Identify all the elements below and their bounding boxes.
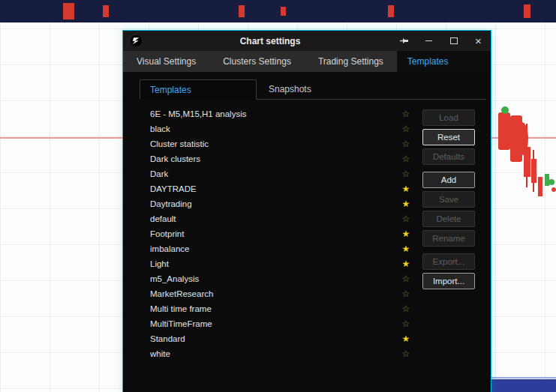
template-name: MarketResearch xyxy=(150,289,213,298)
template-name: 6E - M5,M15,H1 analysis xyxy=(150,109,246,118)
template-name: imbalance xyxy=(150,244,189,253)
template-row[interactable]: Cluster statistic☆ xyxy=(140,136,417,151)
chart-settings-dialog: Chart settings × Visual SettingsClusters… xyxy=(122,30,491,392)
template-name: Footprint xyxy=(150,229,184,238)
favorite-star-icon[interactable]: ★ xyxy=(401,199,411,209)
minimize-icon[interactable] xyxy=(416,31,441,51)
template-row[interactable]: Multi time frame☆ xyxy=(140,301,417,316)
template-row[interactable]: white☆ xyxy=(140,346,417,361)
favorite-star-icon[interactable]: ☆ xyxy=(401,319,411,329)
delete-button[interactable]: Delete xyxy=(422,211,475,227)
sub-tabs: TemplatesSnapshots xyxy=(140,79,486,100)
favorite-star-icon[interactable]: ☆ xyxy=(401,304,411,314)
favorite-star-icon[interactable]: ★ xyxy=(401,229,411,239)
favorite-star-icon[interactable]: ★ xyxy=(401,244,411,254)
template-row[interactable]: DAYTRADE★ xyxy=(140,181,417,196)
top-timeline-strip xyxy=(0,0,556,22)
tab-trading-settings[interactable]: Trading Settings xyxy=(305,51,397,72)
favorite-star-icon[interactable]: ☆ xyxy=(401,139,411,149)
import-button[interactable]: Import... xyxy=(422,273,475,289)
save-button[interactable]: Save xyxy=(422,191,475,208)
red-marker xyxy=(524,4,530,18)
template-name: Light xyxy=(150,259,169,268)
template-row[interactable]: Daytrading★ xyxy=(140,196,417,211)
template-name: Cluster statistic xyxy=(150,139,209,148)
bottom-strip-line xyxy=(488,377,556,379)
tab-visual-settings[interactable]: Visual Settings xyxy=(123,51,209,72)
template-name: Dark clusters xyxy=(150,154,200,163)
template-row[interactable]: 6E - M5,M15,H1 analysis☆ xyxy=(140,106,417,121)
red-marker xyxy=(281,7,286,16)
template-name: Daytrading xyxy=(150,199,192,208)
template-name: Standard xyxy=(150,334,185,343)
template-row[interactable]: MarketResearch☆ xyxy=(140,286,417,301)
defaults-button[interactable]: Defaults xyxy=(422,148,475,165)
template-name: Multi time frame xyxy=(150,304,212,313)
templates-panel: 6E - M5,M15,H1 analysis☆black☆Cluster st… xyxy=(140,106,491,392)
maximize-icon[interactable] xyxy=(441,31,466,51)
template-name: Dark xyxy=(150,169,168,178)
template-name: black xyxy=(150,124,170,133)
main-tabs: Visual SettingsClusters SettingsTrading … xyxy=(123,51,491,72)
tab-clusters-settings[interactable]: Clusters Settings xyxy=(209,51,305,72)
favorite-star-icon[interactable]: ☆ xyxy=(401,349,411,359)
favorite-star-icon[interactable]: ☆ xyxy=(401,169,411,179)
template-name: white xyxy=(150,349,170,358)
template-row[interactable]: m5_Analysis☆ xyxy=(140,271,417,286)
red-marker xyxy=(103,5,109,17)
candlesticks xyxy=(488,97,556,210)
subtab-snapshots[interactable]: Snapshots xyxy=(257,79,323,99)
favorite-star-icon[interactable]: ☆ xyxy=(401,214,411,224)
template-row[interactable]: Dark clusters☆ xyxy=(140,151,417,166)
template-name: default xyxy=(150,214,176,223)
favorite-star-icon[interactable]: ☆ xyxy=(401,109,411,119)
template-row[interactable]: default☆ xyxy=(140,211,417,226)
red-marker xyxy=(388,5,394,17)
rename-button[interactable]: Rename xyxy=(422,230,475,247)
dialog-content: TemplatesSnapshots 6E - M5,M15,H1 analys… xyxy=(123,72,491,392)
reset-button[interactable]: Reset xyxy=(422,129,475,145)
dialog-titlebar: Chart settings × xyxy=(123,31,491,51)
red-marker xyxy=(239,5,245,17)
pin-icon[interactable] xyxy=(392,31,416,51)
favorite-star-icon[interactable]: ★ xyxy=(401,184,411,194)
template-row[interactable]: MultiTimeFrame☆ xyxy=(140,316,417,331)
favorite-star-icon[interactable]: ★ xyxy=(401,334,411,344)
close-icon[interactable]: × xyxy=(466,31,491,51)
template-name: MultiTimeFrame xyxy=(150,319,212,328)
template-row[interactable]: Footprint★ xyxy=(140,226,417,241)
subtab-templates[interactable]: Templates xyxy=(140,79,257,100)
template-row[interactable]: Standard★ xyxy=(140,331,417,346)
tab-templates[interactable]: Templates xyxy=(397,51,491,72)
export-button[interactable]: Export... xyxy=(422,253,475,270)
trading-app-screen: Chart settings × Visual SettingsClusters… xyxy=(0,0,556,392)
favorite-star-icon[interactable]: ★ xyxy=(401,259,411,269)
template-name: m5_Analysis xyxy=(150,274,199,283)
templates-list: 6E - M5,M15,H1 analysis☆black☆Cluster st… xyxy=(140,106,417,392)
template-row[interactable]: Light★ xyxy=(140,256,417,271)
add-button[interactable]: Add xyxy=(422,172,475,188)
action-buttons: LoadResetDefaultsAddSaveDeleteRenameExpo… xyxy=(422,106,481,392)
favorite-star-icon[interactable]: ☆ xyxy=(401,289,411,299)
load-button[interactable]: Load xyxy=(422,109,475,126)
favorite-star-icon[interactable]: ☆ xyxy=(401,154,411,164)
window-controls: × xyxy=(392,31,491,51)
template-name: DAYTRADE xyxy=(150,184,197,193)
dialog-title: Chart settings xyxy=(149,36,392,46)
favorite-star-icon[interactable]: ☆ xyxy=(401,274,411,284)
app-logo-icon xyxy=(130,34,143,47)
red-marker xyxy=(63,3,74,19)
template-row[interactable]: imbalance★ xyxy=(140,241,417,256)
favorite-star-icon[interactable]: ☆ xyxy=(401,124,411,134)
template-row[interactable]: black☆ xyxy=(140,121,417,136)
template-row[interactable]: Dark☆ xyxy=(140,166,417,181)
bottom-volume-strip xyxy=(488,379,556,392)
